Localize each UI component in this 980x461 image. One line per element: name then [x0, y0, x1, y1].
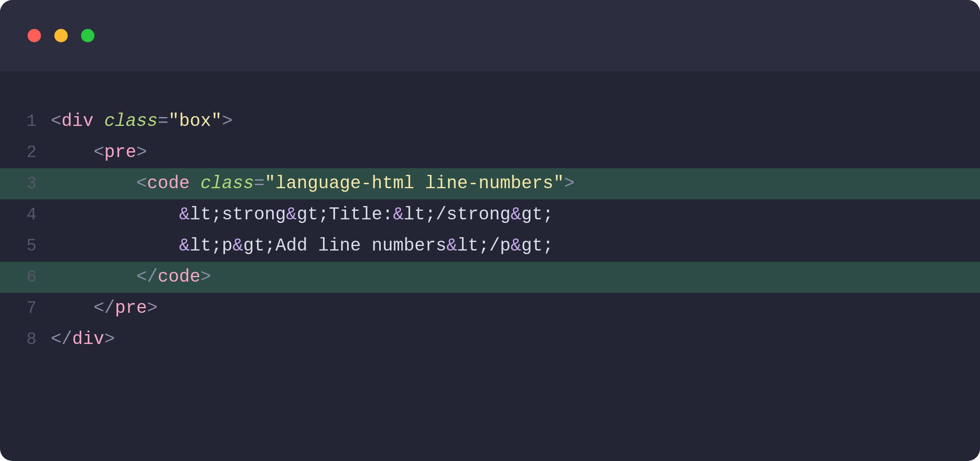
token-punct: >	[222, 111, 233, 131]
close-icon[interactable]	[28, 29, 41, 42]
token-op: =	[254, 174, 265, 194]
line-number: 7	[4, 293, 37, 324]
code-line[interactable]: 4 &lt;strong&gt;Title:&lt;/strong&gt;	[0, 199, 980, 230]
maximize-icon[interactable]	[81, 29, 94, 42]
token-text: Title:	[329, 205, 393, 225]
token-tag: code	[158, 267, 200, 287]
line-number: 8	[4, 324, 37, 355]
line-number: 6	[4, 262, 37, 293]
entity-amp: &	[510, 236, 521, 256]
code-line[interactable]: 2 <pre>	[0, 137, 980, 168]
line-number: 5	[4, 230, 37, 262]
entity-amp: &	[233, 236, 243, 256]
token-punct: <	[136, 174, 147, 194]
line-number: 3	[4, 168, 37, 199]
token-punct: </	[136, 267, 158, 287]
minimize-icon[interactable]	[54, 29, 68, 42]
line-content: </code>	[37, 262, 211, 293]
token-punct: >	[564, 174, 575, 194]
entity-amp: &	[179, 205, 190, 225]
token-attr: class	[200, 174, 254, 194]
entity-name: gt;	[243, 236, 275, 256]
line-content: <div class="box">	[37, 106, 233, 137]
token-text: Add line numbers	[275, 236, 446, 256]
token-text: /strong	[436, 205, 510, 225]
token-punct: >	[200, 267, 211, 287]
entity-amp: &	[446, 236, 457, 256]
entity-name: gt;	[521, 236, 553, 256]
code-line[interactable]: 7 </pre>	[0, 293, 980, 324]
entity-amp: &	[393, 205, 404, 225]
line-content: </div>	[37, 324, 115, 355]
line-content: &lt;p&gt;Add line numbers&lt;/p&gt;	[37, 230, 553, 262]
token-text: /p	[489, 236, 510, 256]
code-line[interactable]: 3 <code class="language-html line-number…	[0, 168, 980, 199]
token-punct: >	[147, 298, 158, 318]
entity-name: lt;	[404, 205, 436, 225]
token-text: p	[222, 236, 233, 256]
line-content: </pre>	[37, 293, 158, 324]
token-tag: pre	[115, 298, 147, 318]
code-line[interactable]: 1<div class="box">	[0, 106, 980, 137]
titlebar	[0, 0, 980, 71]
code-line[interactable]: 6 </code>	[0, 262, 980, 293]
code-line[interactable]: 5 &lt;p&gt;Add line numbers&lt;/p&gt;	[0, 230, 980, 262]
token-tag: code	[147, 174, 190, 194]
entity-amp: &	[179, 236, 190, 256]
line-content: &lt;strong&gt;Title:&lt;/strong&gt;	[37, 199, 553, 230]
line-content: <code class="language-html line-numbers"…	[37, 168, 575, 199]
code-area[interactable]: 1<div class="box">2 <pre>3 <code class="…	[0, 71, 980, 461]
entity-amp: &	[510, 205, 521, 225]
token-attr: class	[104, 111, 158, 131]
token-op: =	[158, 111, 168, 131]
entity-amp: &	[286, 205, 297, 225]
token-punct: <	[94, 142, 104, 162]
token-punct: </	[51, 329, 72, 349]
token-tag: pre	[104, 142, 136, 162]
entity-name: gt;	[297, 205, 329, 225]
code-line[interactable]: 8</div>	[0, 324, 980, 355]
line-number: 1	[4, 106, 37, 137]
token-punct: >	[136, 142, 147, 162]
token-string: "box"	[168, 111, 222, 131]
entity-name: gt;	[521, 205, 553, 225]
token-tag: div	[61, 111, 94, 131]
token-string: "language-html line-numbers"	[265, 174, 564, 194]
line-content: <pre>	[37, 137, 147, 168]
token-punct: </	[94, 298, 115, 318]
token-tag: div	[72, 329, 104, 349]
token-punct: >	[104, 329, 115, 349]
token-punct: <	[51, 111, 61, 131]
line-number: 2	[4, 137, 37, 168]
editor-window: 1<div class="box">2 <pre>3 <code class="…	[0, 0, 980, 461]
entity-name: lt;	[190, 205, 222, 225]
entity-name: lt;	[190, 236, 222, 256]
entity-name: lt;	[457, 236, 489, 256]
line-number: 4	[4, 199, 37, 230]
token-text: strong	[222, 205, 286, 225]
